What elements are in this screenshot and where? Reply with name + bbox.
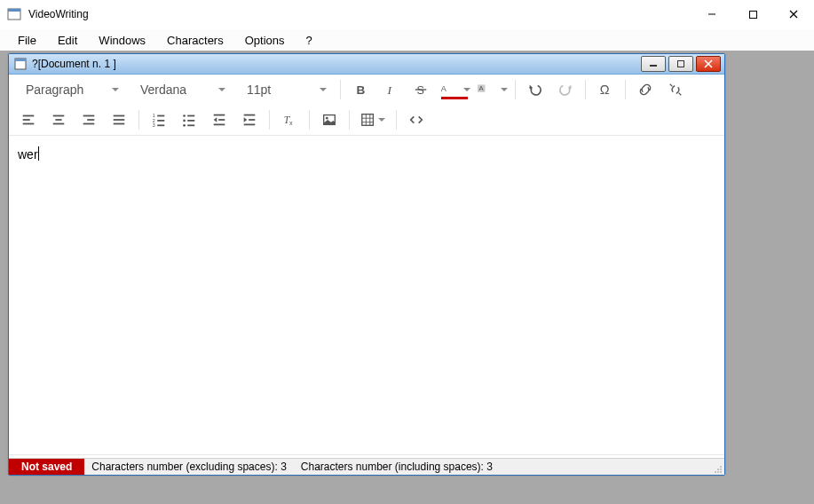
paragraph-dropdown-label: Paragraph: [26, 83, 83, 97]
minimize-button[interactable]: [692, 0, 732, 28]
mdi-workspace: ?[Document n. 1 ] Paragraph Verdana 11pt…: [0, 51, 814, 504]
close-button[interactable]: [773, 0, 814, 28]
svg-text:3: 3: [153, 122, 155, 128]
svg-text:I: I: [386, 83, 392, 97]
svg-text:A: A: [479, 84, 485, 92]
svg-rect-7: [15, 59, 26, 61]
chevron-down-icon: [112, 88, 119, 91]
italic-button[interactable]: I: [378, 77, 403, 102]
ordered-list-button[interactable]: 123: [146, 107, 171, 132]
maximize-button[interactable]: [732, 0, 773, 28]
unordered-list-button[interactable]: [177, 107, 202, 132]
undo-button[interactable]: [523, 77, 548, 102]
doc-maximize-button[interactable]: [668, 56, 693, 72]
outdent-button[interactable]: [207, 107, 232, 132]
menu-characters[interactable]: Characters: [156, 30, 234, 51]
indent-button[interactable]: [237, 107, 262, 132]
svg-point-55: [326, 117, 328, 120]
document-titlebar[interactable]: ?[Document n. 1 ]: [9, 54, 724, 75]
editor-toolbar: Paragraph Verdana 11pt B I S A A Ω: [9, 75, 724, 136]
code-button[interactable]: [404, 107, 429, 132]
document-title: ?[Document n. 1 ]: [32, 58, 116, 70]
size-dropdown[interactable]: 11pt: [237, 77, 333, 102]
menu-file[interactable]: File: [7, 30, 47, 51]
svg-line-20: [670, 84, 673, 87]
image-button[interactable]: [317, 107, 342, 132]
chevron-down-icon: [320, 88, 327, 91]
app-title: VideoWriting: [28, 8, 89, 20]
text-color-button[interactable]: A: [439, 77, 470, 102]
svg-point-65: [717, 471, 719, 473]
menu-options[interactable]: Options: [234, 30, 296, 51]
svg-text:Ω: Ω: [600, 83, 610, 97]
svg-rect-3: [749, 11, 756, 18]
svg-point-42: [183, 124, 186, 127]
document-text: wer: [18, 147, 38, 161]
chevron-down-icon: [378, 118, 385, 122]
svg-point-41: [183, 120, 186, 122]
align-left-button[interactable]: [16, 107, 41, 132]
text-cursor: [38, 146, 39, 161]
font-dropdown[interactable]: Verdana: [130, 77, 232, 102]
svg-point-63: [720, 469, 722, 470]
align-justify-button[interactable]: [107, 107, 131, 132]
chevron-down-icon: [218, 88, 225, 91]
special-char-button[interactable]: Ω: [593, 77, 618, 102]
app-icon: [7, 7, 21, 21]
align-center-button[interactable]: [46, 107, 71, 132]
svg-point-64: [715, 471, 716, 473]
svg-point-62: [717, 469, 719, 470]
menu-help[interactable]: ?: [296, 30, 323, 51]
paragraph-dropdown[interactable]: Paragraph: [16, 77, 125, 102]
chevron-down-icon: [501, 88, 508, 91]
svg-rect-9: [678, 61, 684, 67]
char-count-incl: Characters number (including spaces): 3: [294, 459, 500, 475]
doc-minimize-button[interactable]: [641, 56, 666, 72]
highlight-button[interactable]: A: [476, 77, 508, 102]
svg-point-61: [720, 466, 722, 468]
svg-point-66: [720, 471, 722, 473]
resize-grip-icon[interactable]: [708, 459, 724, 475]
menu-edit[interactable]: Edit: [47, 30, 88, 51]
char-count-excl: Characters number (excluding spaces): 3: [84, 459, 293, 475]
svg-rect-1: [8, 9, 20, 12]
editor-content[interactable]: wer: [9, 136, 724, 454]
clear-format-button[interactable]: Tx: [277, 107, 302, 132]
document-window: ?[Document n. 1 ] Paragraph Verdana 11pt…: [8, 53, 725, 476]
strikethrough-button[interactable]: S: [408, 77, 433, 102]
bold-button[interactable]: B: [348, 77, 373, 102]
save-status-badge: Not saved: [9, 459, 84, 475]
svg-text:A: A: [441, 84, 447, 93]
link-button[interactable]: [633, 77, 658, 102]
svg-text:B: B: [357, 83, 366, 97]
svg-text:x: x: [289, 119, 293, 127]
redo-button[interactable]: [553, 77, 578, 102]
doc-close-button[interactable]: [696, 56, 721, 72]
svg-rect-56: [362, 114, 374, 126]
document-icon: [14, 58, 27, 70]
size-dropdown-label: 11pt: [247, 83, 271, 97]
align-right-button[interactable]: [76, 107, 101, 132]
svg-line-21: [679, 93, 682, 96]
unlink-button[interactable]: [663, 77, 688, 102]
menu-windows[interactable]: Windows: [88, 30, 156, 51]
font-dropdown-label: Verdana: [140, 83, 186, 97]
table-button[interactable]: [357, 107, 389, 132]
menubar: File Edit Windows Characters Options ?: [0, 29, 814, 52]
svg-point-40: [183, 114, 186, 117]
app-titlebar: VideoWriting: [0, 0, 814, 29]
chevron-down-icon: [463, 88, 470, 91]
app-statusbar: Not saved Characters number (excluding s…: [9, 458, 724, 475]
